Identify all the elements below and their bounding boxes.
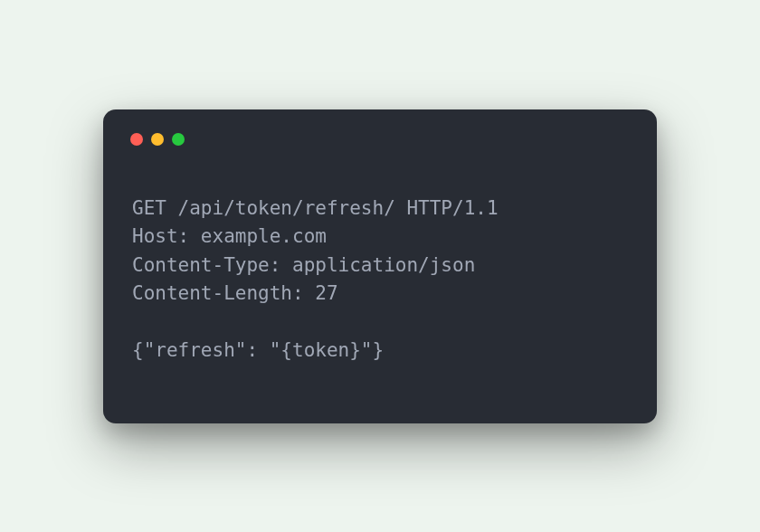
minimize-icon[interactable]: [151, 133, 164, 146]
close-icon[interactable]: [130, 133, 143, 146]
zoom-icon[interactable]: [172, 133, 185, 146]
http-content-type-header: Content-Type: application/json: [132, 254, 475, 276]
code-block: GET /api/token/refresh/ HTTP/1.1 Host: e…: [132, 195, 628, 366]
http-body: {"refresh": "{token}"}: [132, 339, 384, 361]
window-titlebar: [130, 133, 628, 146]
terminal-window: GET /api/token/refresh/ HTTP/1.1 Host: e…: [103, 109, 657, 423]
http-content-length-header: Content-Length: 27: [132, 282, 338, 304]
http-host-header: Host: example.com: [132, 225, 327, 247]
http-request-line: GET /api/token/refresh/ HTTP/1.1: [132, 197, 499, 219]
